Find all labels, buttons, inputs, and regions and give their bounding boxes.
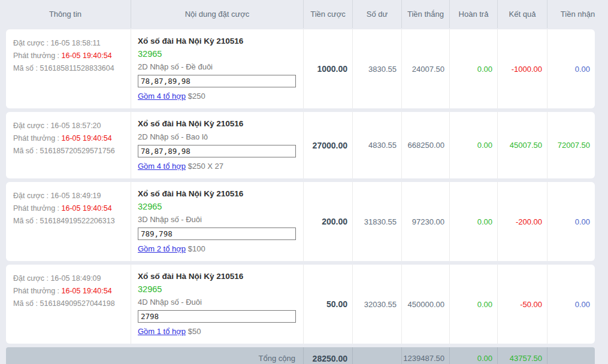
payout-time-value: 16-05 19:40:54 bbox=[62, 204, 112, 213]
bet-content: Xổ số đài Hà Nội Kỳ 210516 32965 3D Nhập… bbox=[131, 182, 303, 261]
result-value: 45007.50 bbox=[497, 112, 547, 178]
refund-value: 0.00 bbox=[449, 265, 497, 344]
lottery-title: Xổ số đài Hà Nội Kỳ 210516 bbox=[138, 188, 296, 199]
column-header-received: Tiền nhận bbox=[547, 0, 608, 28]
column-header-result: Kết quả bbox=[497, 0, 547, 28]
column-header-refund: Hoàn trả bbox=[449, 0, 497, 28]
bet-info: Đặt cược : 16-05 18:58:11 Phát thưởng : … bbox=[6, 29, 131, 108]
bet-time-value: 16-05 18:49:09 bbox=[50, 274, 101, 283]
code-line: Mã số : 516184919522206313 bbox=[13, 215, 126, 228]
code-label: Mã số : bbox=[13, 299, 38, 308]
bet-row: Đặt cược : 16-05 18:49:09 Phát thưởng : … bbox=[6, 265, 595, 344]
refund-value: 0.00 bbox=[449, 112, 497, 178]
column-header-balance: Số dư bbox=[352, 0, 401, 28]
win-amount-value: 668250.00 bbox=[401, 112, 449, 178]
combinations-link[interactable]: Gồm 4 tổ hợp bbox=[138, 92, 186, 101]
code-label: Mã số : bbox=[13, 147, 38, 155]
table-header: Thông tin Nội dung đặt cược Tiền cược Số… bbox=[0, 0, 608, 28]
result-value: -1000.00 bbox=[497, 29, 547, 108]
payout-time-line: Phát thưởng : 16-05 19:40:54 bbox=[13, 202, 126, 215]
refund-value: 0.00 bbox=[449, 182, 497, 261]
bet-row: Đặt cược : 16-05 18:58:11 Phát thưởng : … bbox=[6, 29, 595, 108]
code-value: 516184919522206313 bbox=[40, 217, 114, 225]
bet-time-line: Đặt cược : 16-05 18:57:20 bbox=[13, 120, 126, 132]
bet-row: Đặt cược : 16-05 18:57:20 Phát thưởng : … bbox=[6, 112, 595, 178]
combo-line: Gồm 1 tổ hợp $50 bbox=[138, 326, 296, 338]
winning-number: 32965 bbox=[138, 48, 296, 60]
received-value: 0.00 bbox=[547, 265, 595, 344]
bet-type: 2D Nhập số - Bao lô bbox=[138, 131, 296, 142]
bet-content: Xổ số đài Hà Nội Kỳ 210516 2D Nhập số - … bbox=[131, 112, 303, 178]
bet-time-label: Đặt cược : bbox=[13, 122, 49, 130]
total-received bbox=[547, 347, 595, 364]
bet-info: Đặt cược : 16-05 18:57:20 Phát thưởng : … bbox=[6, 112, 131, 178]
bet-amount-value: 1000.00 bbox=[303, 29, 352, 108]
win-amount-value: 97230.00 bbox=[401, 182, 449, 261]
balance-value: 4830.55 bbox=[352, 112, 401, 178]
result-value: -200.00 bbox=[497, 182, 547, 261]
payout-time-line: Phát thưởng : 16-05 19:40:54 bbox=[13, 285, 126, 298]
lottery-title: Xổ số đài Hà Nội Kỳ 210516 bbox=[138, 118, 296, 129]
total-win-amount: 1239487.50 bbox=[401, 347, 449, 364]
combinations-link[interactable]: Gồm 1 tổ hợp bbox=[138, 327, 186, 336]
total-label: Tổng cộng bbox=[6, 347, 303, 364]
bet-time-value: 16-05 18:58:11 bbox=[50, 39, 100, 47]
bet-time-line: Đặt cược : 16-05 18:49:09 bbox=[13, 272, 126, 285]
received-value: 0.00 bbox=[547, 29, 595, 108]
bet-type: 3D Nhập số - Đuôi bbox=[138, 214, 296, 225]
code-value: 516185720529571756 bbox=[40, 147, 114, 155]
total-result: 43757.50 bbox=[497, 347, 547, 364]
column-header-info: Thông tin bbox=[0, 0, 131, 28]
code-label: Mã số : bbox=[13, 217, 38, 225]
result-value: -50.00 bbox=[497, 265, 547, 344]
payout-time-label: Phát thưởng : bbox=[13, 204, 59, 213]
combination-price: $250 X 27 bbox=[188, 162, 223, 171]
total-row: Tổng cộng 28250.00 1239487.50 0.00 43757… bbox=[6, 347, 595, 364]
refund-value: 0.00 bbox=[449, 29, 497, 108]
bet-amount-value: 200.00 bbox=[303, 182, 352, 261]
bet-time-value: 16-05 18:57:20 bbox=[50, 122, 101, 130]
bet-amount-value: 27000.00 bbox=[303, 112, 352, 178]
bet-amount-value: 50.00 bbox=[303, 265, 352, 344]
bet-type: 4D Nhập số - Đuôi bbox=[138, 296, 296, 308]
payout-time-value: 16-05 19:40:54 bbox=[62, 287, 112, 295]
combinations-link[interactable]: Gồm 4 tổ hợp bbox=[138, 162, 186, 171]
bet-numbers-input[interactable] bbox=[138, 145, 296, 157]
payout-time-value: 16-05 19:40:54 bbox=[62, 134, 112, 142]
lottery-title: Xổ số đài Hà Nội Kỳ 210516 bbox=[138, 271, 296, 282]
bet-numbers-input[interactable] bbox=[138, 228, 296, 240]
combination-price: $50 bbox=[188, 327, 201, 336]
code-line: Mã số : 516185811528833604 bbox=[13, 62, 126, 75]
combination-price: $250 bbox=[188, 92, 205, 101]
column-header-bet-content: Nội dung đặt cược bbox=[131, 0, 303, 28]
bet-numbers-input[interactable] bbox=[138, 310, 296, 323]
column-header-win-amount: Tiền thắng bbox=[401, 0, 449, 28]
payout-time-label: Phát thưởng : bbox=[13, 287, 59, 295]
code-label: Mã số : bbox=[13, 64, 38, 72]
balance-value: 32030.55 bbox=[352, 265, 401, 344]
bet-info: Đặt cược : 16-05 18:49:19 Phát thưởng : … bbox=[6, 182, 131, 261]
total-balance bbox=[352, 347, 401, 364]
balance-value: 31830.55 bbox=[352, 182, 401, 261]
winning-number: 32965 bbox=[138, 284, 296, 295]
combo-line: Gồm 4 tổ hợp $250 bbox=[138, 90, 296, 102]
total-refund: 0.00 bbox=[449, 347, 497, 364]
win-amount-value: 450000.00 bbox=[401, 265, 449, 344]
bet-time-line: Đặt cược : 16-05 18:58:11 bbox=[13, 37, 126, 50]
bet-numbers-input[interactable] bbox=[138, 75, 296, 87]
payout-time-line: Phát thưởng : 16-05 19:40:54 bbox=[13, 50, 126, 62]
bet-info: Đặt cược : 16-05 18:49:09 Phát thưởng : … bbox=[6, 265, 131, 344]
bet-time-label: Đặt cược : bbox=[13, 192, 49, 200]
code-line: Mã số : 516184909527044198 bbox=[13, 298, 126, 310]
payout-time-line: Phát thưởng : 16-05 19:40:54 bbox=[13, 132, 126, 145]
received-value: 0.00 bbox=[547, 182, 595, 261]
bet-time-line: Đặt cược : 16-05 18:49:19 bbox=[13, 190, 126, 202]
combo-line: Gồm 2 tổ hợp $100 bbox=[138, 243, 296, 255]
combinations-link[interactable]: Gồm 2 tổ hợp bbox=[138, 244, 186, 253]
payout-time-label: Phát thưởng : bbox=[13, 134, 59, 142]
received-value: 72007.50 bbox=[547, 112, 595, 178]
lottery-title: Xổ số đài Hà Nội Kỳ 210516 bbox=[138, 35, 296, 47]
code-line: Mã số : 516185720529571756 bbox=[13, 145, 126, 157]
winning-number: 32965 bbox=[138, 201, 296, 213]
payout-time-label: Phát thưởng : bbox=[13, 51, 59, 60]
